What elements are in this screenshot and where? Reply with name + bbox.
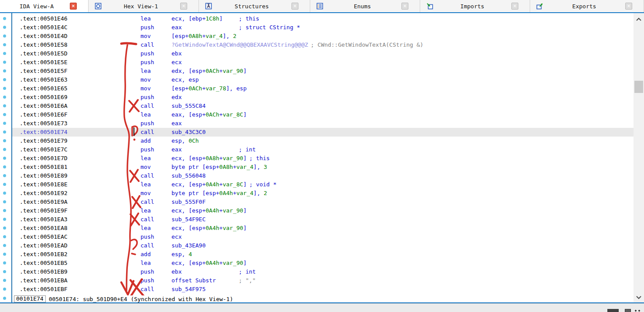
address: .text:00501EA3 — [20, 215, 140, 224]
breakpoint-dot[interactable] — [3, 218, 6, 221]
scroll-down-button[interactable] — [634, 294, 644, 301]
listing-row[interactable]: .text:00501E5Fleaedx, [esp+0ACh+var_90] — [12, 67, 634, 75]
breakpoint-gutter[interactable] — [0, 13, 12, 295]
listing-row[interactable]: .text:00501E4Cpusheax; struct CString * — [12, 23, 634, 32]
breakpoint-dot[interactable] — [3, 69, 6, 72]
operands: ebx — [171, 267, 236, 276]
tab-exports[interactable]: Exports× — [530, 0, 644, 12]
tab-close-button[interactable]: × — [511, 3, 518, 10]
breakpoint-dot[interactable] — [3, 279, 6, 282]
breakpoint-dot[interactable] — [3, 209, 6, 212]
listing-row[interactable]: .text:00501EA8leaecx, [esp+0A4h+var_90] — [12, 224, 634, 233]
tab-close-button[interactable]: × — [625, 3, 632, 10]
listing-row[interactable]: .text:00501E58call?GetWindowTextA@CWnd@@… — [12, 41, 634, 49]
breakpoint-dot[interactable] — [3, 139, 6, 142]
listing-row[interactable]: .text:00501E7Cpusheax; int — [12, 145, 634, 154]
tab-structures[interactable]: Structures× — [199, 0, 310, 12]
listing-row[interactable]: .text:00501EB5leaecx, [esp+0A4h+var_90] — [12, 259, 634, 267]
address: .text:00501EA8 — [20, 224, 140, 233]
breakpoint-dot[interactable] — [3, 17, 6, 20]
tab-close-button[interactable]: × — [401, 3, 408, 10]
breakpoint-dot[interactable] — [3, 26, 6, 29]
breakpoint-dot[interactable] — [3, 96, 6, 99]
operands: ecx, [esp+0A4h+var_90] — [171, 206, 247, 215]
vertical-scrollbar[interactable] — [634, 13, 644, 302]
breakpoint-dot[interactable] — [3, 130, 6, 134]
tab-enums[interactable]: Enums× — [310, 0, 420, 12]
breakpoint-dot[interactable] — [3, 183, 6, 186]
listing-row[interactable]: .text:00501E69pushedx — [12, 93, 634, 102]
listing-row[interactable]: .text:00501E8Eleaecx, [esp+0A4h+var_8C];… — [12, 180, 634, 189]
breakpoint-dot[interactable] — [3, 61, 6, 64]
breakpoint-dot[interactable] — [3, 165, 6, 168]
listing-row[interactable]: .text:00501E79addesp, 0Ch — [12, 137, 634, 145]
listing-row[interactable]: .text:00501EB9pushebx; int — [12, 267, 634, 276]
breakpoint-dot[interactable] — [3, 78, 6, 81]
disassembly-view[interactable]: .text:00501E46leaecx, [ebp+1C8h]; this.t… — [0, 13, 644, 295]
breakpoint-dot[interactable] — [3, 104, 6, 107]
exports-icon — [536, 3, 543, 10]
tab-close-button[interactable]: × — [70, 3, 77, 10]
listing-row[interactable]: .text:00501E7Dleaecx, [esp+0A8h+var_90];… — [12, 154, 634, 163]
mnemonic: call — [140, 285, 171, 294]
breakpoint-dot[interactable] — [3, 122, 6, 125]
breakpoint-dot[interactable] — [3, 34, 6, 38]
listing-row[interactable]: .text:00501E9Acallsub_555F0F — [12, 198, 634, 206]
breakpoint-dot[interactable] — [3, 192, 6, 195]
listing-row[interactable]: .text:00501E4Dmov[esp+0A8h+var_4], 2 — [12, 32, 634, 41]
breakpoint-dot[interactable] — [3, 270, 6, 273]
listing-row[interactable]: .text:00501E63movecx, esp — [12, 75, 634, 84]
address: .text:00501E89 — [20, 171, 140, 180]
mnemonic: lea — [140, 224, 171, 233]
listing-row[interactable]: .text:00501E81movbyte ptr [esp+0A8h+var_… — [12, 163, 634, 171]
breakpoint-dot[interactable] — [3, 52, 6, 55]
tab-close-button[interactable]: × — [180, 3, 187, 10]
listing-row[interactable]: .text:00501E9Fleaecx, [esp+0A4h+var_90] — [12, 206, 634, 215]
operands: eax — [171, 119, 236, 128]
mnemonic: push — [140, 145, 171, 154]
address: .text:00501E5E — [20, 58, 140, 67]
mnemonic: call — [140, 198, 171, 206]
breakpoint-dot[interactable] — [3, 226, 6, 230]
tab-hex-view-1[interactable]: Hex View-1× — [89, 0, 199, 12]
breakpoint-dot[interactable] — [3, 200, 6, 203]
breakpoint-dot[interactable] — [3, 235, 6, 238]
taskbar-strip — [0, 303, 644, 312]
listing-row[interactable]: .text:00501EB2addesp, 4 — [12, 250, 634, 259]
scroll-up-button[interactable] — [634, 16, 644, 23]
listing-row[interactable]: .text:00501EACpushecx — [12, 233, 634, 241]
scrollbar-thumb[interactable] — [634, 81, 643, 93]
listing-row[interactable]: .text:00501E73pusheax — [12, 119, 634, 128]
tab-ida-view-a[interactable]: IDA View-A× — [0, 0, 89, 12]
listing-row[interactable]: .text:00501E89callsub_556048 — [12, 171, 634, 180]
address: .text:00501E6F — [20, 110, 140, 119]
breakpoint-dot[interactable] — [3, 261, 6, 264]
tab-close-button[interactable]: × — [291, 3, 298, 10]
operands: edx — [171, 93, 236, 102]
breakpoint-dot[interactable] — [3, 87, 6, 90]
listing-row[interactable]: .text:00501E65mov[esp+0ACh+var_78], esp — [12, 84, 634, 93]
listing-row[interactable]: .text:00501E92movbyte ptr [esp+0A4h+var_… — [12, 189, 634, 198]
listing-row[interactable]: .text:00501E46leaecx, [ebp+1C8h]; this — [12, 14, 634, 23]
breakpoint-dot[interactable] — [3, 244, 6, 247]
breakpoint-dot[interactable] — [3, 148, 6, 151]
listing-row[interactable]: .text:00501E6Fleaeax, [esp+0ACh+var_8C] — [12, 110, 634, 119]
breakpoint-dot[interactable] — [3, 253, 6, 256]
listing-row[interactable]: .text:00501EADcallsub_43EA90 — [12, 241, 634, 250]
listing-row[interactable]: .text:00501EBApushoffset Substr; "," — [12, 276, 634, 285]
listing-row[interactable]: .text:00501EA3callsub_54F9EC — [12, 215, 634, 224]
breakpoint-dot[interactable] — [3, 174, 6, 177]
mnemonic: lea — [140, 154, 171, 163]
breakpoint-dot[interactable] — [3, 288, 6, 291]
operands: ?GetWindowTextA@CWnd@@QBEXAAVCString@@@Z — [171, 41, 308, 49]
listing-row[interactable]: .text:00501E6Acallsub_555C84 — [12, 102, 634, 110]
breakpoint-dot[interactable] — [3, 43, 6, 46]
listing-row[interactable]: .text:00501E5Epushecx — [12, 58, 634, 67]
operands: esp, 4 — [171, 250, 236, 259]
listing-row[interactable]: .text:00501E74callsub_43C3C0 — [12, 128, 634, 137]
tab-imports[interactable]: Imports× — [420, 0, 530, 12]
breakpoint-dot[interactable] — [3, 113, 6, 116]
breakpoint-dot[interactable] — [3, 157, 6, 160]
listing-row[interactable]: .text:00501EBFcallsub_54F975 — [12, 285, 634, 294]
listing-row[interactable]: .text:00501E5Dpushebx — [12, 49, 634, 58]
